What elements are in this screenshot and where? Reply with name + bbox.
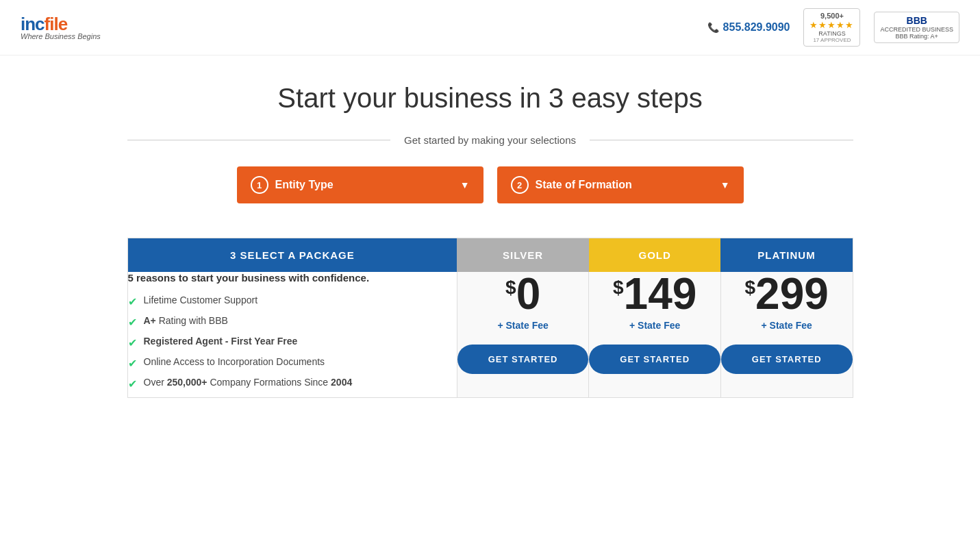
check-icon-3: ✔ xyxy=(128,336,137,349)
logo-tagline: Where Business Begins xyxy=(21,33,101,40)
check-icon-1: ✔ xyxy=(128,295,137,308)
bbb-accredited: ACCREDITED BUSINESS xyxy=(880,26,953,33)
ratings-badge: 9,500+ ★★★★★ RATINGS 17 APPROVED xyxy=(803,8,860,47)
state-formation-left: 2 State of Formation xyxy=(511,176,632,194)
main-content: Start your business in 3 easy steps Get … xyxy=(114,55,867,425)
platinum-get-started-button[interactable]: GET STARTED xyxy=(721,345,853,374)
platinum-header: PLATINUM xyxy=(720,238,853,273)
ratings-count: 9,500+ xyxy=(820,12,844,20)
bbb-badge: BBB ACCREDITED BUSINESS BBB Rating: A+ xyxy=(874,12,959,43)
entity-type-step: 1 xyxy=(251,176,268,194)
phone-icon: 📞 xyxy=(707,22,719,33)
logo-text: incfile xyxy=(21,15,101,33)
ratings-stars: ★★★★★ xyxy=(809,20,854,30)
logo: incfile Where Business Begins xyxy=(21,15,101,40)
gold-get-started-button[interactable]: GET STARTED xyxy=(589,345,720,374)
state-formation-chevron: ▼ xyxy=(720,179,730,190)
silver-price: $0 xyxy=(457,272,589,316)
header-right: 📞 855.829.9090 9,500+ ★★★★★ RATINGS 17 A… xyxy=(707,8,959,47)
entity-type-left: 1 Entity Type xyxy=(251,176,334,194)
state-formation-dropdown[interactable]: 2 State of Formation ▼ xyxy=(497,166,744,203)
feature-label-4: Online Access to Incorporation Documents xyxy=(144,356,325,367)
check-icon-4: ✔ xyxy=(128,357,137,370)
gold-header: GOLD xyxy=(589,238,721,273)
platinum-currency: $ xyxy=(745,277,756,298)
gold-state-fee: + State Fee xyxy=(589,320,720,331)
feature-label-5: Over 250,000+ Company Formations Since 2… xyxy=(144,377,353,388)
feature-label-3: Registered Agent - First Year Free xyxy=(144,336,298,347)
feature-item-4: ✔ Online Access to Incorporation Documen… xyxy=(128,356,457,370)
check-icon-2: ✔ xyxy=(128,316,137,329)
feature-item-1: ✔ Lifetime Customer Support xyxy=(128,295,457,308)
bbb-rating: BBB Rating: A+ xyxy=(896,33,938,40)
silver-currency: $ xyxy=(505,277,516,298)
feature-item-3: ✔ Registered Agent - First Year Free xyxy=(128,336,457,349)
entity-type-chevron: ▼ xyxy=(460,179,470,190)
header: incfile Where Business Begins 📞 855.829.… xyxy=(0,0,980,55)
gold-price: $149 xyxy=(589,272,720,316)
silver-get-started-button[interactable]: GET STARTED xyxy=(457,345,589,374)
page-title: Start your business in 3 easy steps xyxy=(127,83,853,114)
platinum-price-cell: $299 + State Fee GET STARTED xyxy=(720,272,853,398)
platinum-price-value: 299 xyxy=(755,269,829,318)
feature-item-2: ✔ A+ Rating with BBB xyxy=(128,315,457,329)
silver-header: SILVER xyxy=(457,238,589,273)
feature-label-2: A+ Rating with BBB xyxy=(144,315,228,326)
dropdowns-row: 1 Entity Type ▼ 2 State of Formation ▼ xyxy=(127,166,853,203)
silver-price-value: 0 xyxy=(516,269,541,318)
silver-state-fee: + State Fee xyxy=(457,320,589,331)
phone-number[interactable]: 📞 855.829.9090 xyxy=(707,21,790,34)
gold-price-value: 149 xyxy=(624,269,697,318)
divider: Get started by making your selections xyxy=(127,134,853,146)
state-formation-step: 2 xyxy=(511,176,529,194)
platinum-state-fee: + State Fee xyxy=(721,320,853,331)
entity-type-label: Entity Type xyxy=(275,179,334,191)
state-formation-label: State of Formation xyxy=(536,179,632,191)
feature-item-5: ✔ Over 250,000+ Company Formations Since… xyxy=(128,377,457,390)
entity-type-dropdown[interactable]: 1 Entity Type ▼ xyxy=(237,166,483,203)
silver-price-cell: $0 + State Fee GET STARTED xyxy=(457,272,589,398)
features-cell: 5 reasons to start your business with co… xyxy=(127,272,457,398)
check-icon-5: ✔ xyxy=(128,377,137,390)
subtitle: Get started by making your selections xyxy=(404,134,576,146)
phone-text: 855.829.9090 xyxy=(723,21,790,34)
ratings-sub: 17 APPROVED xyxy=(813,37,851,43)
gold-currency: $ xyxy=(613,277,624,298)
ratings-label: RATINGS xyxy=(818,30,845,37)
package-header: 3 SELECT A PACKAGE xyxy=(127,238,457,273)
platinum-price: $299 xyxy=(721,272,853,316)
gold-price-cell: $149 + State Fee GET STARTED xyxy=(589,272,721,398)
pricing-table: 3 SELECT A PACKAGE SILVER GOLD PLATINUM … xyxy=(127,238,853,398)
bbb-logo: BBB xyxy=(907,15,927,26)
features-title: 5 reasons to start your business with co… xyxy=(128,272,457,284)
feature-label-1: Lifetime Customer Support xyxy=(144,295,258,305)
